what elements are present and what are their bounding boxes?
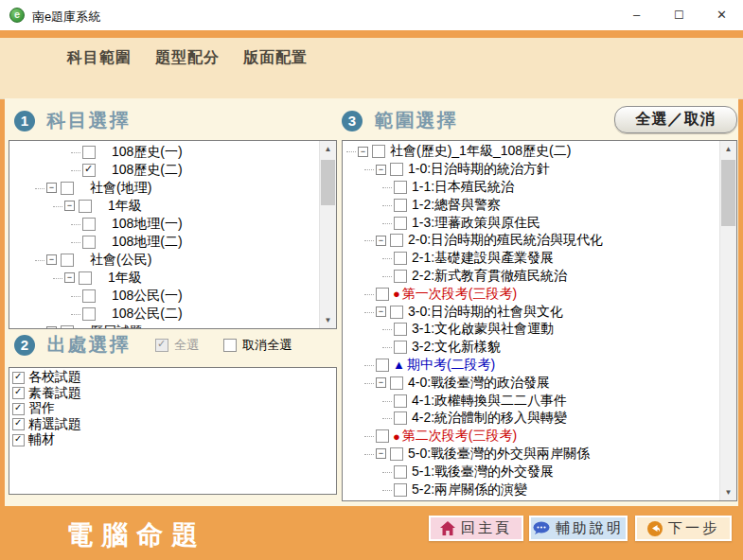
tree-item-label[interactable]: 2-1:基礎建設與產業發展 — [412, 250, 554, 267]
checkbox-icon[interactable] — [394, 252, 407, 265]
help-button[interactable]: 輔助說明 — [529, 516, 628, 541]
tree-item-label[interactable]: 第一次段考(三段考) — [402, 286, 517, 303]
close-button[interactable]: ✕ — [700, 0, 743, 30]
tree-row[interactable]: 108公民(一) — [9, 287, 320, 305]
tree-row[interactable]: 1-3:理蕃政策與原住民 — [343, 214, 720, 232]
checkbox-icon[interactable] — [376, 288, 389, 301]
checkbox-icon[interactable] — [12, 418, 25, 430]
tree-item-label[interactable]: 1-1:日本殖民統治 — [412, 179, 514, 196]
collapse-expander-icon[interactable]: − — [376, 165, 386, 175]
checkbox-icon[interactable] — [223, 339, 237, 352]
tree-row[interactable]: 3-2:文化新樣貌 — [343, 339, 720, 357]
checkbox-icon[interactable] — [394, 199, 407, 212]
tree-row[interactable]: 108歷史(二) — [9, 161, 320, 179]
tree-row[interactable]: 5-2:兩岸關係的演變 — [343, 481, 720, 499]
tree-row[interactable]: 4-2:統治體制的移入與轉變 — [343, 410, 720, 428]
collapse-expander-icon[interactable]: − — [358, 147, 368, 157]
collapse-expander-icon[interactable]: − — [376, 236, 386, 246]
tree-row[interactable]: 1-2:總督與警察 — [343, 196, 720, 214]
scroll-up-icon[interactable]: ▲ — [720, 141, 736, 157]
tree-row[interactable]: 108公民(二) — [9, 305, 320, 323]
tree-row[interactable]: ▲期中考(二段考) — [343, 357, 720, 375]
checkbox-icon[interactable] — [390, 306, 403, 319]
checkbox-icon[interactable] — [376, 429, 389, 443]
tree-row[interactable]: 108地理(一) — [9, 215, 320, 233]
tree-item-label[interactable]: 2-2:新式教育貫徹殖民統治 — [412, 268, 567, 285]
minimize-button[interactable]: – — [615, 0, 658, 30]
collapse-expander-icon[interactable]: − — [46, 183, 57, 193]
checkbox-icon[interactable] — [390, 234, 403, 247]
tree-row[interactable]: 4-1:政權轉換與二二八事件 — [343, 392, 720, 410]
checkbox-icon[interactable] — [390, 163, 403, 176]
tree-row[interactable]: 108歷史(一) — [9, 143, 320, 161]
source-item-label[interactable]: 各校試題 — [28, 369, 81, 386]
tree-row[interactable]: −1年級 — [9, 269, 320, 287]
checkbox-icon[interactable] — [394, 181, 407, 194]
scrollbar-thumb[interactable] — [321, 160, 335, 205]
tree-item-label[interactable]: 社會(公民) — [90, 252, 151, 269]
tree-row[interactable]: −3-0:日治時期的社會與文化 — [343, 303, 720, 321]
source-list-item[interactable]: 素養試題 — [9, 386, 336, 402]
collapse-expander-icon[interactable]: − — [376, 306, 386, 317]
checkbox-icon[interactable] — [394, 411, 407, 425]
checkbox-icon[interactable] — [394, 394, 407, 408]
checkbox-icon[interactable] — [390, 376, 403, 390]
checkbox-icon[interactable] — [390, 447, 403, 461]
tree-row[interactable]: −2-0:日治時期的殖民統治與現代化 — [343, 232, 720, 250]
checkbox-icon[interactable] — [394, 483, 407, 497]
tree-item-label[interactable]: 1-3:理蕃政策與原住民 — [412, 215, 540, 232]
tree-item-label[interactable]: 5-1:戰後臺灣的外交發展 — [412, 464, 554, 481]
checkbox-icon[interactable] — [61, 182, 74, 195]
tree-item-label[interactable]: 2-0:日治時期的殖民統治與現代化 — [408, 232, 603, 249]
tree-row[interactable]: 108地理(二) — [9, 233, 320, 251]
checkbox-icon[interactable] — [82, 164, 96, 177]
scroll-up-icon[interactable]: ▲ — [320, 141, 336, 157]
tree-row[interactable]: 2-2:新式教育貫徹殖民統治 — [343, 268, 720, 286]
collapse-expander-icon[interactable]: − — [64, 272, 75, 283]
checkbox-icon[interactable] — [79, 271, 92, 285]
deselect-all-checkbox[interactable]: 取消全選 — [223, 337, 292, 354]
tree-row[interactable]: 2-1:基礎建設與產業發展 — [343, 250, 720, 268]
tree-item-label[interactable]: 期中考(二段考) — [407, 357, 495, 374]
source-list-item[interactable]: 輔材 — [9, 432, 336, 448]
tree-row[interactable]: −社會(公民) — [9, 251, 320, 269]
tree-item-label[interactable]: 4-0:戰後臺灣的政治發展 — [408, 375, 550, 392]
select-all-toggle-button[interactable]: 全選／取消 — [614, 106, 737, 133]
tree-row[interactable]: −4-0:戰後臺灣的政治發展 — [343, 374, 720, 392]
tree-item-label[interactable]: 5-0:戰後臺灣的外交與兩岸關係 — [408, 446, 590, 463]
source-list-item[interactable]: 習作 — [9, 401, 336, 417]
tree-item-label[interactable]: 108公民(一) — [112, 288, 183, 305]
select-all-checkbox[interactable]: 全選 — [155, 337, 199, 354]
tree-item-label[interactable]: 5-2:兩岸關係的演變 — [412, 481, 527, 499]
collapse-expander-icon[interactable]: − — [46, 254, 57, 265]
tree-item-label[interactable]: 4-1:政權轉換與二二八事件 — [412, 393, 567, 410]
tree-row[interactable]: −5-0:戰後臺灣的外交與兩岸關係 — [343, 446, 720, 464]
next-step-button[interactable]: 下一步 — [635, 516, 732, 541]
scroll-down-icon[interactable]: ▼ — [320, 312, 336, 328]
source-item-label[interactable]: 輔材 — [28, 431, 55, 448]
tree-item-label[interactable]: 歷屆試題 — [90, 324, 143, 329]
tree-item-label[interactable]: 108歷史(一) — [112, 144, 183, 161]
checkbox-icon[interactable] — [372, 145, 385, 158]
source-list-item[interactable]: 各校試題 — [9, 370, 336, 386]
tree-row[interactable]: −社會(地理) — [9, 179, 320, 197]
checkbox-icon[interactable] — [394, 465, 407, 479]
source-item-label[interactable]: 素養試題 — [28, 385, 81, 402]
tree-item-label[interactable]: 4-2:統治體制的移入與轉變 — [412, 410, 567, 427]
checkbox-icon[interactable] — [394, 323, 407, 336]
collapse-expander-icon[interactable]: − — [376, 377, 386, 388]
tree-item-label[interactable]: 108公民(二) — [112, 306, 183, 323]
collapse-expander-icon[interactable]: − — [46, 326, 57, 328]
subject-scrollbar[interactable]: ▲ ▼ — [319, 141, 336, 328]
tree-item-label[interactable]: 3-2:文化新樣貌 — [412, 339, 501, 356]
tree-row[interactable]: −1年級 — [9, 197, 320, 215]
tree-item-label[interactable]: 社會(歷史)_1年級_108歷史(二) — [390, 143, 571, 160]
tree-item-label[interactable]: 社會(地理) — [90, 180, 151, 197]
collapse-expander-icon[interactable]: − — [376, 448, 386, 459]
tree-row[interactable]: ●第二次段考(三段考) — [343, 428, 720, 446]
checkbox-icon[interactable] — [12, 387, 25, 399]
scope-scrollbar[interactable]: ▲ ▼ — [719, 141, 736, 500]
tree-item-label[interactable]: 108地理(一) — [112, 216, 183, 233]
checkbox-icon[interactable] — [61, 254, 74, 267]
scrollbar-thumb[interactable] — [721, 160, 735, 226]
